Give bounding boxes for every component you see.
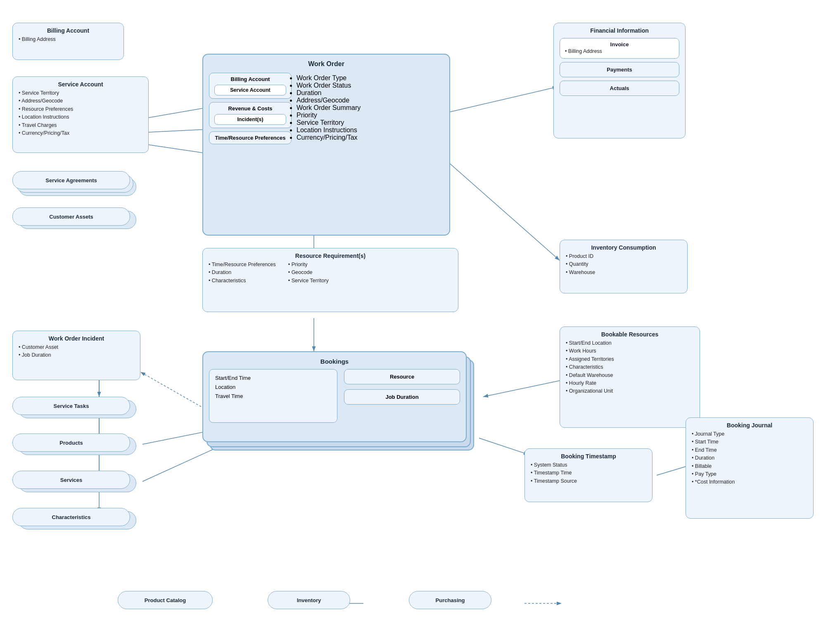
characteristics-left-pill[interactable]: Characteristics [12, 508, 130, 526]
bt-item-1: Timestamp Time [531, 469, 646, 477]
billing-account-top-item-0: Billing Address [19, 36, 118, 43]
invoice-label: Invoice [565, 41, 674, 48]
rr-left-1: Duration [209, 269, 276, 276]
work-order-incident-title: Work Order Incident [19, 335, 134, 342]
work-order-main-title: Work Order [209, 60, 444, 68]
service-account-item-1: Address/Geocode [19, 97, 142, 105]
wo-item-3: Address/Geocode [297, 97, 361, 104]
booking-journal-title: Booking Journal [692, 422, 807, 429]
customer-assets-pill[interactable]: Customer Assets [12, 207, 130, 226]
incidents-inner: Incident(s) [214, 114, 286, 125]
wo-item-4: Work Order Summary [297, 104, 361, 112]
bookings-left-list: Start/End Time Location Travel Time [215, 374, 331, 401]
invoice-inner: Invoice Billing Address [560, 38, 679, 59]
invoice-list: Billing Address [565, 48, 674, 55]
inventory-pill[interactable]: Inventory [268, 591, 350, 609]
booking-journal-box: Booking Journal Journal Type Start Time … [686, 417, 814, 519]
work-order-incident-item-0: Customer Asset [19, 343, 134, 351]
br-item-6: Organizational Unit [566, 387, 694, 395]
svg-line-6 [434, 87, 558, 116]
bookings-box: Bookings Start/End Time Location Travel … [202, 351, 467, 442]
bookings-left-panel: Start/End Time Location Travel Time [209, 369, 337, 423]
bookings-left-1: Location [215, 383, 331, 392]
billing-account-top-box: Billing Account Billing Address [12, 23, 124, 60]
service-account-item-0: Service Territory [19, 89, 142, 97]
booking-timestamp-title: Booking Timestamp [531, 453, 646, 460]
work-order-incident-item-1: Job Duration [19, 351, 134, 359]
br-item-2: Assigned Territories [566, 355, 694, 363]
resource-req-list-right: Priority Geocode Service Territory [288, 261, 329, 285]
work-order-main-list: Work Order Type Work Order Status Durati… [297, 74, 361, 141]
resource-requirements-box: Resource Requirement(s) Time/Resource Pr… [202, 248, 458, 312]
wo-item-5: Priority [297, 112, 361, 119]
job-duration-inner-box: Job Duration [344, 389, 460, 405]
financial-info-title: Financial Information [560, 27, 679, 34]
service-account-box: Service Account Service Territory Addres… [12, 76, 149, 153]
resource-inner-box: Resource [344, 369, 460, 384]
bj-item-5: Pay Type [692, 470, 807, 478]
work-order-incident-list: Customer Asset Job Duration [19, 343, 134, 360]
wo-item-7: Location Instructions [297, 126, 361, 134]
rr-right-2: Service Territory [288, 277, 329, 285]
time-resource-inner: Time/Resource Preferences [209, 131, 292, 144]
service-account-item-4: Travel Charges [19, 122, 142, 129]
bookings-right-panel: Resource Job Duration [344, 369, 460, 405]
product-catalog-pill[interactable]: Product Catalog [118, 591, 213, 609]
inventory-consumption-box: Inventory Consumption Product ID Quantit… [560, 240, 688, 293]
bookings-title: Bookings [209, 358, 460, 365]
service-account-list: Service Territory Address/Geocode Resour… [19, 89, 142, 137]
bookable-resources-box: Bookable Resources Start/End Location Wo… [560, 326, 700, 428]
inv-con-item-2: Warehouse [566, 269, 681, 276]
purchasing-pill[interactable]: Purchasing [409, 591, 491, 609]
bookable-resources-title: Bookable Resources [566, 331, 694, 338]
service-agreements-pill[interactable]: Service Agreements [12, 171, 130, 189]
inv-con-item-1: Quantity [566, 260, 681, 268]
rr-left-0: Time/Resource Preferences [209, 261, 276, 269]
bt-item-2: Timestamp Source [531, 477, 646, 485]
wo-item-6: Service Territory [297, 119, 361, 126]
service-tasks-pill[interactable]: Service Tasks [12, 397, 130, 415]
br-item-0: Start/End Location [566, 339, 694, 347]
resource-req-list-left: Time/Resource Preferences Duration Chara… [209, 261, 276, 285]
wo-item-0: Work Order Type [297, 74, 361, 82]
rr-right-1: Geocode [288, 269, 329, 276]
svg-line-11 [479, 438, 529, 455]
rr-left-2: Characteristics [209, 277, 276, 285]
bj-item-2: End Time [692, 446, 807, 454]
bj-item-3: Duration [692, 454, 807, 462]
service-account-item-3: Location Instructions [19, 113, 142, 121]
bookings-left-0: Start/End Time [215, 374, 331, 383]
wo-item-2: Duration [297, 89, 361, 97]
br-item-3: Characteristics [566, 363, 694, 371]
payments-label: Payments [560, 62, 679, 77]
services-pill[interactable]: Services [12, 471, 130, 489]
bj-item-4: Billable [692, 462, 807, 470]
booking-timestamp-list: System Status Timestamp Time Timestamp S… [531, 461, 646, 485]
br-item-4: Default Warehouse [566, 372, 694, 379]
work-order-main-box: Work Order Billing Account Service Accou… [202, 54, 450, 236]
br-item-1: Work Hours [566, 347, 694, 355]
billing-account-inner: Billing Account Service Account [209, 73, 292, 99]
bookings-left-2: Travel Time [215, 392, 331, 401]
bookable-resources-list: Start/End Location Work Hours Assigned T… [566, 339, 694, 396]
revenue-costs-inner: Revenue & Costs Incident(s) [209, 102, 292, 128]
service-account-title: Service Account [19, 81, 142, 88]
actuals-label: Actuals [560, 81, 679, 96]
billing-account-top-list: Billing Address [19, 36, 118, 43]
invoice-item-0: Billing Address [565, 48, 674, 55]
rr-right-0: Priority [288, 261, 329, 269]
booking-journal-list: Journal Type Start Time End Time Duratio… [692, 430, 807, 486]
products-pill[interactable]: Products [12, 434, 130, 452]
bj-item-6: *Cost Information [692, 478, 807, 486]
service-account-item-5: Currency/Pricing/Tax [19, 129, 142, 137]
diagram: Billing Account Billing Address Service … [0, 0, 840, 641]
booking-timestamp-box: Booking Timestamp System Status Timestam… [524, 448, 653, 502]
bj-item-1: Start Time [692, 438, 807, 446]
br-item-5: Hourly Rate [566, 379, 694, 387]
financial-information-box: Financial Information Invoice Billing Ad… [553, 23, 686, 138]
bj-item-0: Journal Type [692, 430, 807, 438]
resource-req-title: Resource Requirement(s) [209, 253, 452, 259]
svg-line-7 [438, 153, 560, 260]
wo-item-1: Work Order Status [297, 82, 361, 89]
bt-item-0: System Status [531, 461, 646, 469]
